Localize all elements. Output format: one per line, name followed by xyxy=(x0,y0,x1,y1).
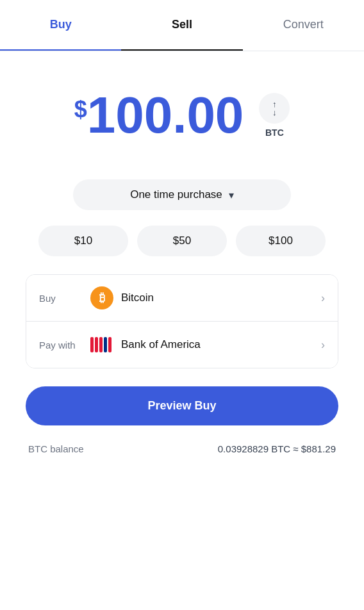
bitcoin-icon: ₿ xyxy=(90,286,113,309)
tab-bar: Buy Sell Convert xyxy=(0,0,364,51)
quick-amount-50[interactable]: $50 xyxy=(137,226,227,256)
tab-convert[interactable]: Convert xyxy=(243,0,364,51)
amount-value: 100.00 xyxy=(87,90,244,141)
balance-value: 0.03928829 BTC ≈ $881.29 xyxy=(218,443,336,454)
transaction-card: Buy ₿ Bitcoin › Pay with xyxy=(26,274,338,368)
svg-rect-3 xyxy=(104,337,107,352)
buy-asset-row[interactable]: Buy ₿ Bitcoin › xyxy=(26,275,338,322)
buy-label: Buy xyxy=(39,293,90,304)
asset-name: Bitcoin xyxy=(121,292,321,304)
currency-toggle-button[interactable]: ↑ ↓ xyxy=(259,93,290,124)
quick-amount-10[interactable]: $10 xyxy=(38,226,128,256)
bank-of-america-icon xyxy=(90,333,113,356)
balance-label: BTC balance xyxy=(28,443,84,454)
amount-row: $ 100.00 ↑ ↓ BTC xyxy=(26,90,338,141)
bank-name: Bank of America xyxy=(121,338,321,351)
tab-buy[interactable]: Buy xyxy=(0,0,121,51)
currency-symbol: $ xyxy=(74,96,87,123)
btc-balance: BTC balance 0.03928829 BTC ≈ $881.29 xyxy=(26,443,338,454)
preview-buy-button[interactable]: Preview Buy xyxy=(26,386,338,425)
swap-arrows-icon: ↑ ↓ xyxy=(272,100,277,117)
purchase-type-label: One time purchase xyxy=(130,188,222,201)
currency-toggle: ↑ ↓ BTC xyxy=(259,93,290,138)
amount-display: $ 100.00 xyxy=(74,90,244,141)
svg-rect-2 xyxy=(99,337,103,352)
pay-with-row[interactable]: Pay with Bank of America › xyxy=(26,322,338,368)
row-chevron-pay-icon: › xyxy=(321,338,325,352)
svg-rect-4 xyxy=(108,337,112,352)
pay-with-label: Pay with xyxy=(39,340,90,350)
purchase-type-button[interactable]: One time purchase ▾ xyxy=(73,179,291,210)
main-content: $ 100.00 ↑ ↓ BTC One time purchase ▾ $10… xyxy=(0,51,364,610)
chevron-down-icon: ▾ xyxy=(229,189,234,201)
svg-rect-0 xyxy=(90,337,94,352)
quick-amount-100[interactable]: $100 xyxy=(236,226,326,256)
boa-logo-svg xyxy=(90,337,113,352)
tab-sell[interactable]: Sell xyxy=(121,0,242,51)
row-chevron-icon: › xyxy=(321,292,325,305)
svg-rect-1 xyxy=(95,337,98,352)
currency-label: BTC xyxy=(265,128,284,138)
quick-amounts: $10 $50 $100 xyxy=(26,226,338,256)
